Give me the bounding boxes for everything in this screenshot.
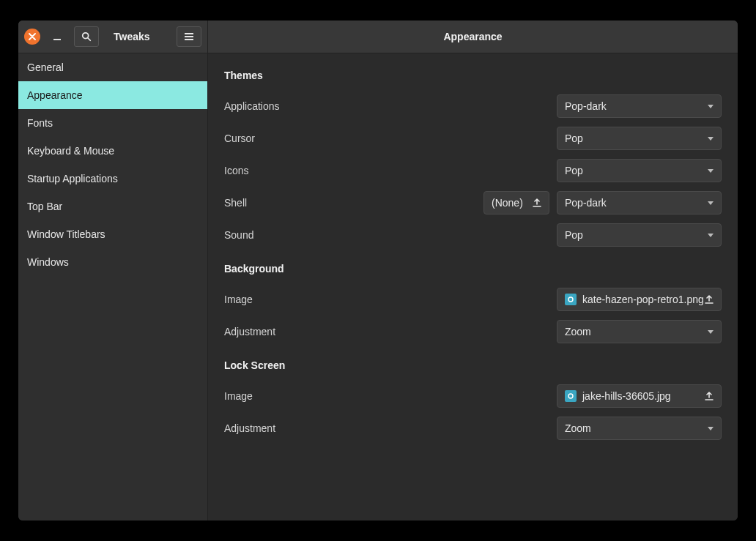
close-button[interactable] [24,29,40,45]
upload-icon [533,198,541,207]
dropdown-value: Pop [565,229,583,241]
label-bg-adjustment: Adjustment [224,326,549,337]
svg-rect-0 [53,39,61,40]
row-cursor: Cursor Pop [224,122,722,154]
section-title-themes: Themes [224,70,722,81]
sidebar-item-window-titlebars[interactable]: Window Titlebars [18,220,207,248]
close-icon [29,33,36,40]
svg-line-2 [88,38,91,41]
label-ls-image: Image [224,390,549,402]
search-button[interactable] [74,26,99,47]
row-bg-image: Image kate-hazen-pop-retro1.png [224,283,722,316]
label-ls-adjustment: Adjustment [224,422,549,434]
image-icon [565,390,577,402]
sidebar-item-keyboard-mouse[interactable]: Keyboard & Mouse [18,137,207,165]
label-cursor: Cursor [224,133,549,144]
dropdown-cursor[interactable]: Pop [557,127,722,150]
sidebar-item-startup-applications[interactable]: Startup Applications [18,165,207,193]
file-picker-lockscreen-image[interactable]: jake-hills-36605.jpg [557,384,722,408]
sidebar-item-windows[interactable]: Windows [18,248,207,276]
label-icons: Icons [224,165,549,176]
dropdown-sound[interactable]: Pop [557,223,722,247]
row-bg-adjustment: Adjustment Zoom [224,316,722,348]
row-icons: Icons Pop [224,154,722,187]
section-title-lockscreen: Lock Screen [224,359,722,371]
dropdown-value: Pop [565,133,583,144]
hamburger-menu-button[interactable] [177,26,201,47]
tweaks-window: Tweaks General Appearance Fonts Keyboard… [18,20,738,521]
file-picker-background-image[interactable]: kate-hazen-pop-retro1.png [557,288,722,311]
sidebar-item-appearance[interactable]: Appearance [18,81,207,109]
chevron-down-icon [708,234,714,237]
row-applications: Applications Pop-dark [224,90,722,122]
row-ls-adjustment: Adjustment Zoom [224,412,722,444]
content-area: Themes Applications Pop-dark Cursor Pop [208,53,738,521]
svg-rect-5 [185,39,193,40]
sidebar-item-general[interactable]: General [18,53,207,81]
hamburger-icon [184,31,194,42]
app-title: Tweaks [114,31,150,42]
chevron-down-icon [708,330,714,334]
chevron-down-icon [708,169,714,173]
chevron-down-icon [708,427,714,430]
svg-point-7 [568,394,573,398]
svg-rect-3 [185,33,193,34]
dropdown-applications[interactable]: Pop-dark [557,94,722,118]
file-name: jake-hills-36605.jpg [582,390,671,402]
page-title: Appearance [208,20,738,53]
section-title-background: Background [224,263,722,275]
row-shell: Shell (None) Pop-dark [224,187,722,219]
row-sound: Sound Pop [224,219,722,251]
dropdown-value: Pop-dark [565,100,607,112]
svg-point-6 [568,297,573,302]
main-pane: Appearance Themes Applications Pop-dark … [208,20,738,521]
minimize-button[interactable] [51,30,64,43]
chevron-down-icon [708,137,714,141]
sidebar-item-fonts[interactable]: Fonts [18,109,207,137]
label-applications: Applications [224,100,549,112]
search-icon [81,31,92,42]
dropdown-shell[interactable]: Pop-dark [557,191,722,214]
none-label: (None) [492,197,523,209]
file-name: kate-hazen-pop-retro1.png [582,294,704,305]
dropdown-icons[interactable]: Pop [557,159,722,182]
minimize-icon [53,32,62,41]
left-headerbar: Tweaks [18,20,207,53]
sidebar-pane: Tweaks General Appearance Fonts Keyboard… [18,20,208,521]
sidebar-item-top-bar[interactable]: Top Bar [18,193,207,220]
dropdown-value: Pop [565,165,583,176]
dropdown-lockscreen-adjustment[interactable]: Zoom [557,417,722,440]
dropdown-value: Zoom [565,422,591,434]
dropdown-value: Pop-dark [565,197,607,209]
chevron-down-icon [708,201,714,205]
shell-theme-file-picker[interactable]: (None) [483,191,549,214]
image-icon [565,294,577,305]
label-bg-image: Image [224,294,549,305]
label-sound: Sound [224,229,549,241]
dropdown-value: Zoom [565,326,591,337]
dropdown-background-adjustment[interactable]: Zoom [557,320,722,343]
upload-icon [705,295,714,304]
svg-rect-4 [185,36,193,37]
row-ls-image: Image jake-hills-36605.jpg [224,380,722,412]
upload-icon [705,392,714,400]
chevron-down-icon [708,105,714,108]
label-shell: Shell [224,197,476,209]
sidebar-nav: General Appearance Fonts Keyboard & Mous… [18,53,207,276]
